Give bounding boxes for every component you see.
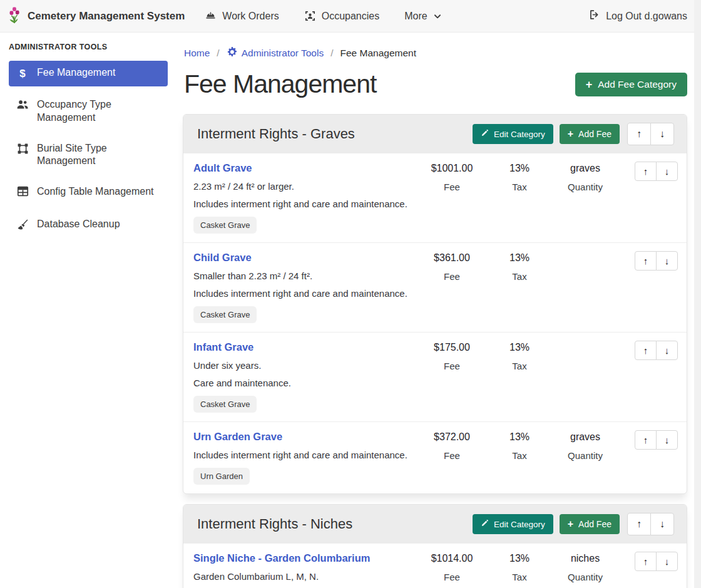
category-card-niches: Interment Rights - Niches Edit Category … bbox=[183, 504, 687, 588]
move-fee-down-button[interactable]: ↓ bbox=[656, 162, 678, 181]
move-fee-up-button[interactable]: ↑ bbox=[635, 552, 657, 571]
fee-description: Under six years. bbox=[193, 360, 415, 371]
fee-amount: $175.00 Fee bbox=[415, 341, 489, 371]
fee-quantity: graves Quantity bbox=[550, 162, 620, 192]
sidebar-item-burial-site-type[interactable]: Burial Site Type Management bbox=[9, 137, 168, 174]
move-category-up-button[interactable]: ↑ bbox=[627, 123, 651, 145]
fee-type-badge: Casket Grave bbox=[193, 396, 257, 413]
move-fee-down-button[interactable]: ↓ bbox=[656, 251, 678, 271]
breadcrumb-current: Fee Management bbox=[340, 48, 417, 59]
category-title: Interment Rights - Niches bbox=[197, 516, 473, 532]
fee-amount: $361.00 Fee bbox=[415, 251, 489, 282]
edit-category-button[interactable]: Edit Category bbox=[473, 514, 553, 534]
sidebar-item-config-table[interactable]: Config Table Management bbox=[9, 180, 168, 206]
fee-row: Urn Garden Grave Includes interment righ… bbox=[183, 421, 687, 493]
sidebar-item-database-cleanup[interactable]: Database Cleanup bbox=[9, 212, 168, 240]
fee-name-link[interactable]: Single Niche - Garden Columbarium bbox=[193, 552, 415, 564]
category-reorder-controls: ↑ ↓ bbox=[627, 513, 674, 535]
plus-icon: + bbox=[568, 519, 573, 529]
fee-type-badge: Casket Grave bbox=[193, 306, 257, 323]
hard-hat-icon bbox=[205, 10, 217, 22]
logout-link[interactable]: Log Out d.gowans bbox=[588, 9, 687, 23]
fee-description: Garden Columbarium L, M, N. bbox=[193, 571, 415, 582]
pencil-icon bbox=[481, 129, 489, 139]
fee-description: Includes interment right and care and ma… bbox=[193, 288, 415, 299]
logout-icon bbox=[588, 9, 600, 23]
nav-more[interactable]: More bbox=[404, 11, 441, 22]
fee-tax: 13% Tax bbox=[489, 251, 550, 282]
breadcrumb-admin-tools[interactable]: Administrator Tools bbox=[227, 46, 324, 59]
sidebar: ADMINISTRATOR TOOLS $ Fee Management Occ… bbox=[0, 33, 175, 588]
move-category-down-button[interactable]: ↓ bbox=[650, 123, 674, 145]
fee-description: 2.23 m² / 24 ft² or larger. bbox=[193, 181, 415, 192]
fee-description: Includes interment right and care and ma… bbox=[193, 199, 415, 209]
move-fee-up-button[interactable]: ↑ bbox=[635, 430, 657, 450]
sidebar-heading: ADMINISTRATOR TOOLS bbox=[9, 43, 168, 51]
table-icon bbox=[16, 186, 29, 200]
move-category-up-button[interactable]: ↑ bbox=[627, 513, 651, 535]
dollar-icon: $ bbox=[16, 67, 29, 81]
fee-row: Adult Grave 2.23 m² / 24 ft² or larger. … bbox=[183, 153, 687, 242]
move-fee-up-button[interactable]: ↑ bbox=[635, 341, 657, 360]
move-fee-down-button[interactable]: ↓ bbox=[656, 341, 678, 360]
fee-tax: 13% Tax bbox=[489, 552, 550, 582]
frame-icon bbox=[16, 143, 29, 158]
fee-reorder-controls: ↑ ↓ bbox=[635, 552, 678, 571]
pencil-icon bbox=[481, 519, 489, 529]
scrollbar[interactable] bbox=[694, 0, 701, 588]
breadcrumb: Home / Administrator Tools / Fee Managem… bbox=[184, 46, 687, 59]
fee-name-link[interactable]: Adult Grave bbox=[193, 162, 415, 174]
sidebar-item-occupancy-type[interactable]: Occupancy Type Management bbox=[9, 93, 168, 130]
move-fee-down-button[interactable]: ↓ bbox=[656, 552, 678, 571]
fee-quantity: graves Quantity bbox=[550, 430, 620, 461]
fee-row: Child Grave Smaller than 2.23 m² / 24 ft… bbox=[183, 242, 687, 332]
fee-reorder-controls: ↑ ↓ bbox=[635, 341, 678, 360]
fee-tax: 13% Tax bbox=[489, 162, 550, 192]
move-fee-down-button[interactable]: ↓ bbox=[656, 430, 678, 450]
breadcrumb-home[interactable]: Home bbox=[184, 48, 210, 59]
add-fee-button[interactable]: + Add Fee bbox=[560, 514, 620, 534]
occupant-frame-icon bbox=[304, 10, 316, 22]
fee-reorder-controls: ↑ ↓ bbox=[635, 162, 678, 181]
app-title: Cemetery Management System bbox=[28, 10, 185, 23]
fee-name-link[interactable]: Child Grave bbox=[193, 252, 415, 264]
fee-description: Includes interment right and care and ma… bbox=[193, 450, 415, 460]
tulip-logo-icon bbox=[6, 6, 23, 27]
category-header: Interment Rights - Niches Edit Category … bbox=[183, 505, 687, 544]
fee-amount: $1001.00 Fee bbox=[415, 162, 489, 192]
fee-name-link[interactable]: Infant Grave bbox=[193, 341, 415, 353]
edit-category-button[interactable]: Edit Category bbox=[473, 124, 553, 144]
move-fee-up-button[interactable]: ↑ bbox=[635, 251, 657, 271]
fee-quantity-empty bbox=[550, 251, 620, 252]
nav-occupancies[interactable]: Occupancies bbox=[304, 10, 380, 22]
nav-links: Work Orders Occupancies More bbox=[205, 10, 441, 22]
broom-icon bbox=[16, 219, 29, 234]
sidebar-item-fee-management[interactable]: $ Fee Management bbox=[9, 61, 168, 86]
plus-icon: + bbox=[568, 129, 573, 139]
fee-amount: $1014.00 Fee bbox=[415, 552, 489, 582]
fee-reorder-controls: ↑ ↓ bbox=[635, 430, 678, 450]
category-reorder-controls: ↑ ↓ bbox=[627, 123, 674, 145]
nav-work-orders[interactable]: Work Orders bbox=[205, 10, 279, 22]
fee-row: Infant Grave Under six years. Care and m… bbox=[183, 332, 687, 421]
page-title: Fee Management bbox=[184, 70, 376, 99]
fee-description: Smaller than 2.23 m² / 24 ft². bbox=[193, 271, 415, 281]
fee-type-badge: Urn Garden bbox=[193, 468, 250, 485]
fee-quantity: niches Quantity bbox=[550, 552, 620, 582]
fee-name-link[interactable]: Urn Garden Grave bbox=[193, 431, 415, 443]
fee-reorder-controls: ↑ ↓ bbox=[635, 251, 678, 271]
move-fee-up-button[interactable]: ↑ bbox=[635, 162, 657, 181]
category-header: Interment Rights - Graves Edit Category … bbox=[183, 115, 687, 153]
main-content: Home / Administrator Tools / Fee Managem… bbox=[175, 33, 701, 588]
category-title: Interment Rights - Graves bbox=[197, 126, 473, 142]
move-category-down-button[interactable]: ↓ bbox=[650, 513, 674, 535]
category-card-graves: Interment Rights - Graves Edit Category … bbox=[183, 114, 687, 494]
add-fee-button[interactable]: + Add Fee bbox=[560, 124, 620, 144]
fee-tax: 13% Tax bbox=[489, 430, 550, 461]
fee-amount: $372.00 Fee bbox=[415, 430, 489, 461]
add-fee-category-button[interactable]: + Add Fee Category bbox=[575, 73, 687, 96]
fee-type-badge: Casket Grave bbox=[193, 217, 257, 234]
app-brand[interactable]: Cemetery Management System bbox=[6, 6, 185, 27]
fee-tax: 13% Tax bbox=[489, 341, 550, 371]
people-icon bbox=[16, 99, 29, 113]
